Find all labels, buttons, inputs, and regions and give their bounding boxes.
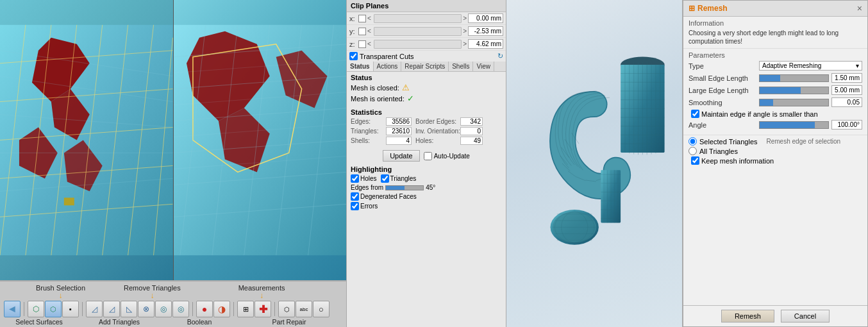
cancel-button[interactable]: Cancel <box>781 310 830 323</box>
clip-z-checkbox[interactable] <box>358 40 366 48</box>
repair-text-button[interactable]: abc <box>296 301 312 317</box>
holes-checkbox[interactable] <box>351 174 359 183</box>
remove-tri-1-button[interactable]: ◿ <box>86 301 103 317</box>
status-tabs: Status Actions Repair Scripts Shells Vie… <box>347 62 506 72</box>
rect-select-button[interactable]: ▪ <box>62 301 79 317</box>
separator-3 <box>192 302 193 316</box>
boolean-1-button[interactable]: ● <box>196 301 213 317</box>
toolbar-bottom-labels: Select Surfaces Add Triangles Boolean Pa… <box>4 317 342 326</box>
border-edges-label: Border Edges: <box>415 118 460 125</box>
holes-checkbox-item: Holes <box>351 174 377 183</box>
boolean-2-button[interactable]: ◑ <box>213 301 230 317</box>
status-section: Status Mesh is closed: ⚠ Mesh is oriente… <box>347 72 506 106</box>
remesh-panel: Clip Planes X: Y: Z: Tr... Status Sta...… <box>682 0 868 327</box>
repair-circle-button[interactable]: ○ <box>313 301 330 317</box>
small-edge-row: Small Edge Length 1.50 mm <box>689 73 862 83</box>
small-edge-slider[interactable] <box>759 74 829 82</box>
tab-actions[interactable]: Actions <box>374 62 402 71</box>
clip-y-arrow-right[interactable]: > <box>463 28 467 35</box>
tab-view[interactable]: View <box>473 62 494 71</box>
degenerated-faces-checkbox[interactable] <box>351 192 359 201</box>
mesh-closed-row: Mesh is closed: ⚠ <box>351 83 502 92</box>
degenerated-faces-label: Degenerated Faces <box>360 193 417 200</box>
type-dropdown[interactable]: Adaptive Remeshing ▾ <box>759 61 862 71</box>
remove-tri-6-button[interactable]: ◎ <box>172 301 189 317</box>
clip-y-checkbox[interactable] <box>358 28 366 35</box>
triangles-checkbox[interactable] <box>381 174 389 183</box>
svg-rect-22 <box>64 197 74 205</box>
clip-z-arrow-right[interactable]: > <box>463 40 467 47</box>
large-edge-slider[interactable] <box>759 87 829 94</box>
update-button[interactable]: Update <box>383 150 419 162</box>
brush-select-button[interactable]: ⬡ <box>45 301 62 317</box>
remove-tri-3-button[interactable]: ◺ <box>121 301 137 317</box>
clip-z-arrow-left[interactable]: < <box>367 40 371 47</box>
clip-planes-header: Clip Planes <box>347 0 506 12</box>
clip-x-slider[interactable] <box>374 14 462 23</box>
clip-y-slider[interactable] <box>374 27 462 36</box>
clip-z-row: z: < > 4.62 mm <box>347 38 506 51</box>
keep-mesh-info-checkbox[interactable] <box>691 156 699 165</box>
smoothing-row: Smoothing 0.05 <box>689 97 862 107</box>
large-edge-row: Large Edge Length 5.00 mm <box>689 85 862 95</box>
maintain-edge-label: Maintain edge if angle is smaller than <box>701 110 818 118</box>
model-view-panel[interactable] <box>506 0 682 327</box>
maintain-edge-checkbox[interactable] <box>691 110 699 118</box>
lasso-select-button[interactable]: ⬡ <box>28 301 44 317</box>
edges-label: Edges: <box>351 118 386 125</box>
angle-label: Angle <box>689 121 759 129</box>
remesh-info-section: Information Choosing a very short edge l… <box>683 17 867 49</box>
clip-y-arrow-left[interactable]: < <box>367 28 371 35</box>
type-value: Adaptive Remeshing <box>762 62 821 69</box>
clip-y-label: y: <box>349 28 358 35</box>
tab-shells[interactable]: Shells <box>449 62 473 71</box>
angle-slider[interactable] <box>759 121 829 129</box>
clip-x-arrow-left[interactable]: < <box>367 15 371 22</box>
add-cross-button[interactable]: ✚ <box>255 301 271 317</box>
triangles-value: 23610 <box>386 127 412 135</box>
remove-tri-2-button[interactable]: ◿ <box>103 301 120 317</box>
auto-update-label: Auto-Update <box>434 153 470 160</box>
highlighting-checkboxes-row: Holes Triangles <box>351 174 502 183</box>
status-title: Status <box>351 74 502 81</box>
remesh-action-buttons: Remesh Cancel <box>683 305 867 326</box>
remove-triangles-arrow: ↓ <box>150 292 154 299</box>
mesh-closed-icon: ⚠ <box>402 83 410 92</box>
clip-x-label: x: <box>349 15 358 22</box>
smoothing-slider[interactable] <box>759 99 829 106</box>
repair-1-button[interactable]: ⬡ <box>278 301 295 317</box>
tab-status[interactable]: Status <box>347 62 374 71</box>
tab-repair-scripts[interactable]: Repair Scripts <box>401 62 449 71</box>
all-triangles-row: All Triangles <box>689 147 862 155</box>
remesh-button[interactable]: Remesh <box>721 310 774 323</box>
update-row: Update Auto-Update <box>347 148 506 164</box>
auto-update-checkbox[interactable] <box>424 152 432 160</box>
type-row: Type Adaptive Remeshing ▾ <box>689 61 862 71</box>
select-surfaces-bottom-label: Select Surfaces <box>10 318 68 326</box>
mesh-view-left[interactable] <box>0 0 174 280</box>
errors-checkbox[interactable] <box>351 202 359 210</box>
back-button[interactable]: ◄ <box>4 301 21 317</box>
grid-button[interactable]: ⊞ <box>237 301 254 317</box>
remesh-params-section: Parameters Type Adaptive Remeshing ▾ Sma… <box>683 49 867 135</box>
remove-tri-5-button[interactable]: ◎ <box>155 301 172 317</box>
edges-angle-slider[interactable] <box>385 185 424 190</box>
remesh-close-button[interactable]: × <box>857 3 862 13</box>
measurements-arrow: ↓ <box>260 292 263 299</box>
clip-x-arrow-right[interactable]: > <box>463 15 467 22</box>
remesh-dialog: ⊞ Remesh × Information Choosing a very s… <box>683 0 868 327</box>
clip-z-value: 4.62 mm <box>468 39 503 49</box>
edges-from-row: Edges from 45° <box>351 184 502 191</box>
remove-tri-4-button[interactable]: ⊗ <box>138 301 154 317</box>
all-triangles-radio[interactable] <box>689 147 697 155</box>
transparent-cuts-checkbox[interactable] <box>349 52 358 60</box>
clip-x-checkbox[interactable] <box>358 15 366 22</box>
selected-triangles-radio[interactable] <box>689 137 697 146</box>
clip-z-slider[interactable] <box>374 40 462 49</box>
refresh-icon[interactable]: ↻ <box>497 52 503 60</box>
remesh-title: ⊞ Remesh <box>689 4 728 13</box>
model-svg <box>506 0 682 327</box>
add-triangles-bottom-label: Add Triangles <box>81 318 158 326</box>
mesh-view-right[interactable] <box>174 0 347 280</box>
remesh-info-label: Information <box>689 19 862 27</box>
